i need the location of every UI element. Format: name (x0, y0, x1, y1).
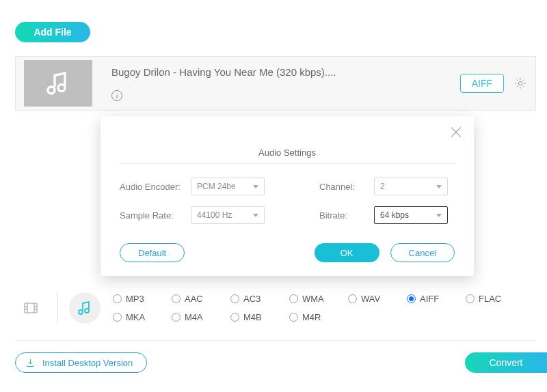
file-row: Bugoy Drilon - Having You Near Me (320 k… (15, 56, 536, 111)
encoder-label: Audio Encoder: (120, 182, 184, 192)
video-tab-icon[interactable] (15, 292, 46, 324)
format-option-mp3[interactable]: MP3 (113, 294, 172, 304)
download-icon (25, 358, 36, 368)
encoder-select[interactable]: PCM 24be (191, 178, 265, 195)
format-label: AC3 (243, 294, 261, 304)
radio-icon (172, 294, 181, 303)
file-thumbnail (24, 60, 92, 107)
channel-select[interactable]: 2 (374, 178, 448, 195)
format-option-mka[interactable]: MKA (113, 312, 172, 322)
format-label: M4A (185, 312, 203, 322)
format-label: FLAC (479, 294, 501, 304)
audio-tab-icon[interactable] (69, 292, 101, 324)
channel-label: Channel: (319, 182, 367, 192)
radio-icon (289, 294, 298, 303)
radio-icon (466, 294, 475, 303)
cancel-button[interactable]: Cancel (390, 243, 455, 262)
format-option-wma[interactable]: WMA (289, 294, 348, 304)
format-option-aiff[interactable]: AIFF (407, 294, 466, 304)
format-label: WAV (361, 294, 380, 304)
music-note-icon (44, 70, 72, 97)
sample-select[interactable]: 44100 Hz (191, 206, 265, 224)
divider (15, 340, 536, 341)
svg-point-0 (518, 81, 522, 85)
format-option-m4r[interactable]: M4R (289, 312, 348, 322)
bitrate-label: Bitrate: (319, 210, 367, 221)
divider (120, 163, 455, 164)
audio-settings-modal: Audio Settings Audio Encoder: PCM 24be C… (101, 116, 474, 276)
file-info: Bugoy Drilon - Having You Near Me (320 k… (111, 66, 460, 101)
format-option-wav[interactable]: WAV (348, 294, 407, 304)
format-option-flac[interactable]: FLAC (466, 294, 524, 304)
default-button[interactable]: Default (120, 243, 185, 262)
format-option-aac[interactable]: AAC (172, 294, 230, 304)
format-label: M4B (243, 312, 262, 322)
radio-icon (348, 294, 357, 303)
format-option-ac3[interactable]: AC3 (230, 294, 289, 304)
format-label: AIFF (420, 294, 439, 304)
radio-icon (407, 294, 416, 303)
modal-title: Audio Settings (120, 148, 455, 158)
radio-icon (172, 313, 181, 322)
radio-icon (230, 294, 239, 303)
file-format-tag[interactable]: AIFF (460, 74, 504, 93)
radio-icon (113, 313, 122, 322)
svg-rect-1 (25, 303, 37, 313)
format-label: WMA (302, 294, 324, 304)
format-label: AAC (185, 294, 203, 304)
convert-button[interactable]: Convert (465, 352, 547, 373)
add-file-button[interactable]: Add File (15, 22, 90, 42)
format-label: MKA (126, 312, 145, 322)
format-label: M4R (302, 312, 321, 322)
format-label: MP3 (126, 294, 144, 304)
radio-icon (230, 313, 239, 322)
format-option-m4b[interactable]: M4B (230, 312, 289, 322)
divider (57, 293, 58, 323)
bitrate-select[interactable]: 64 kbps (374, 206, 448, 224)
format-bar: MP3AACAC3WMAWAVAIFFFLACMKAM4AM4BM4R (15, 292, 536, 324)
file-title: Bugoy Drilon - Having You Near Me (320 k… (111, 66, 460, 78)
sample-label: Sample Rate: (120, 210, 184, 221)
radio-icon (289, 313, 298, 322)
install-desktop-button[interactable]: Install Desktop Version (15, 352, 147, 373)
settings-form: Audio Encoder: PCM 24be Channel: 2 Sampl… (120, 178, 455, 224)
format-option-m4a[interactable]: M4A (172, 312, 230, 322)
ok-button[interactable]: OK (315, 243, 379, 262)
radio-icon (113, 294, 122, 303)
install-label: Install Desktop Version (42, 358, 133, 368)
gear-icon[interactable] (513, 76, 527, 90)
info-icon[interactable]: i (111, 90, 122, 101)
close-icon[interactable] (449, 126, 463, 139)
